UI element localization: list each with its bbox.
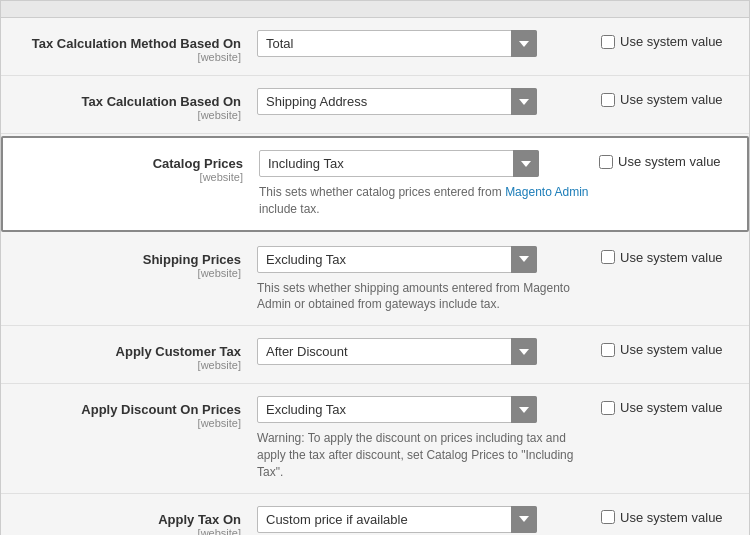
use-system-col-catalog-prices: Use system value <box>591 150 731 169</box>
use-system-label-tax-calc-based-on[interactable]: Use system value <box>601 92 723 107</box>
use-system-col-tax-calc-based-on: Use system value <box>593 88 733 107</box>
use-system-text-shipping-prices: Use system value <box>620 250 723 265</box>
control-col-apply-discount-on-prices: Excluding TaxIncluding TaxWarning: To ap… <box>257 396 593 480</box>
label-main-shipping-prices: Shipping Prices <box>17 252 241 267</box>
use-system-text-tax-calc-based-on: Use system value <box>620 92 723 107</box>
use-system-col-shipping-prices: Use system value <box>593 246 733 265</box>
select-tax-calc-method[interactable]: TotalUnit PriceRow Total <box>257 30 537 57</box>
label-main-catalog-prices: Catalog Prices <box>19 156 243 171</box>
control-row-tax-calc-based-on: Shipping AddressBilling AddressOrigin <box>257 88 593 115</box>
select-apply-discount-on-prices[interactable]: Excluding TaxIncluding Tax <box>257 396 537 423</box>
label-main-apply-discount-on-prices: Apply Discount On Prices <box>17 402 241 417</box>
control-col-tax-calc-based-on: Shipping AddressBilling AddressOrigin <box>257 88 593 115</box>
hint-link-catalog: Magento Admin <box>505 185 588 199</box>
use-system-checkbox-tax-calc-based-on[interactable] <box>601 93 615 107</box>
label-col-tax-calc-method: Tax Calculation Method Based On[website] <box>17 30 257 63</box>
label-scope-tax-calc-method: [website] <box>17 51 241 63</box>
use-system-text-apply-discount-on-prices: Use system value <box>620 400 723 415</box>
label-scope-catalog-prices: [website] <box>19 171 243 183</box>
use-system-text-tax-calc-method: Use system value <box>620 34 723 49</box>
control-row-tax-calc-method: TotalUnit PriceRow Total <box>257 30 593 57</box>
setting-row-tax-calc-based-on: Tax Calculation Based On[website]Shippin… <box>1 76 749 134</box>
select-apply-customer-tax[interactable]: After DiscountBefore Discount <box>257 338 537 365</box>
control-col-apply-customer-tax: After DiscountBefore Discount <box>257 338 593 365</box>
panel-header <box>1 1 749 18</box>
label-scope-apply-discount-on-prices: [website] <box>17 417 241 429</box>
use-system-label-catalog-prices[interactable]: Use system value <box>599 154 721 169</box>
use-system-col-apply-customer-tax: Use system value <box>593 338 733 357</box>
setting-row-catalog-prices: Catalog Prices[website]Including TaxExcl… <box>1 136 749 232</box>
hint-shipping-prices: This sets whether shipping amounts enter… <box>257 280 593 314</box>
label-col-apply-customer-tax: Apply Customer Tax[website] <box>17 338 257 371</box>
hint-catalog-prices: This sets whether catalog prices entered… <box>259 184 591 218</box>
use-system-label-apply-discount-on-prices[interactable]: Use system value <box>601 400 723 415</box>
settings-body: Tax Calculation Method Based On[website]… <box>1 18 749 535</box>
use-system-label-tax-calc-method[interactable]: Use system value <box>601 34 723 49</box>
use-system-col-tax-calc-method: Use system value <box>593 30 733 49</box>
label-scope-apply-customer-tax: [website] <box>17 359 241 371</box>
hint-apply-discount-on-prices: Warning: To apply the discount on prices… <box>257 430 593 480</box>
setting-row-apply-customer-tax: Apply Customer Tax[website]After Discoun… <box>1 326 749 384</box>
select-wrap-tax-calc-based-on: Shipping AddressBilling AddressOrigin <box>257 88 537 115</box>
label-main-apply-tax-on: Apply Tax On <box>17 512 241 527</box>
select-wrap-apply-tax-on: Custom price if availableOriginal price … <box>257 506 537 533</box>
control-row-shipping-prices: Excluding TaxIncluding Tax <box>257 246 593 273</box>
select-tax-calc-based-on[interactable]: Shipping AddressBilling AddressOrigin <box>257 88 537 115</box>
use-system-col-apply-discount-on-prices: Use system value <box>593 396 733 415</box>
control-row-apply-tax-on: Custom price if availableOriginal price … <box>257 506 593 533</box>
use-system-text-apply-customer-tax: Use system value <box>620 342 723 357</box>
use-system-label-apply-customer-tax[interactable]: Use system value <box>601 342 723 357</box>
control-row-catalog-prices: Including TaxExcluding Tax <box>259 150 591 177</box>
select-wrap-shipping-prices: Excluding TaxIncluding Tax <box>257 246 537 273</box>
select-catalog-prices[interactable]: Including TaxExcluding Tax <box>259 150 539 177</box>
use-system-checkbox-shipping-prices[interactable] <box>601 250 615 264</box>
select-wrap-apply-customer-tax: After DiscountBefore Discount <box>257 338 537 365</box>
label-col-tax-calc-based-on: Tax Calculation Based On[website] <box>17 88 257 121</box>
label-main-tax-calc-based-on: Tax Calculation Based On <box>17 94 241 109</box>
select-wrap-apply-discount-on-prices: Excluding TaxIncluding Tax <box>257 396 537 423</box>
use-system-label-apply-tax-on[interactable]: Use system value <box>601 510 723 525</box>
setting-row-shipping-prices: Shipping Prices[website]Excluding TaxInc… <box>1 234 749 327</box>
select-apply-tax-on[interactable]: Custom price if availableOriginal price … <box>257 506 537 533</box>
calculation-settings-panel: Tax Calculation Method Based On[website]… <box>0 0 750 535</box>
use-system-label-shipping-prices[interactable]: Use system value <box>601 250 723 265</box>
use-system-text-apply-tax-on: Use system value <box>620 510 723 525</box>
use-system-col-apply-tax-on: Use system value <box>593 506 733 525</box>
select-wrap-tax-calc-method: TotalUnit PriceRow Total <box>257 30 537 57</box>
control-col-apply-tax-on: Custom price if availableOriginal price … <box>257 506 593 533</box>
label-col-apply-tax-on: Apply Tax On[website] <box>17 506 257 535</box>
setting-row-apply-tax-on: Apply Tax On[website]Custom price if ava… <box>1 494 749 535</box>
select-shipping-prices[interactable]: Excluding TaxIncluding Tax <box>257 246 537 273</box>
label-scope-apply-tax-on: [website] <box>17 527 241 535</box>
setting-row-tax-calc-method: Tax Calculation Method Based On[website]… <box>1 18 749 76</box>
control-row-apply-customer-tax: After DiscountBefore Discount <box>257 338 593 365</box>
label-col-shipping-prices: Shipping Prices[website] <box>17 246 257 279</box>
control-col-shipping-prices: Excluding TaxIncluding TaxThis sets whet… <box>257 246 593 314</box>
use-system-checkbox-catalog-prices[interactable] <box>599 155 613 169</box>
label-main-tax-calc-method: Tax Calculation Method Based On <box>17 36 241 51</box>
label-scope-shipping-prices: [website] <box>17 267 241 279</box>
label-col-catalog-prices: Catalog Prices[website] <box>19 150 259 183</box>
control-row-apply-discount-on-prices: Excluding TaxIncluding Tax <box>257 396 593 423</box>
label-scope-tax-calc-based-on: [website] <box>17 109 241 121</box>
control-col-catalog-prices: Including TaxExcluding TaxThis sets whet… <box>259 150 591 218</box>
use-system-checkbox-apply-customer-tax[interactable] <box>601 343 615 357</box>
label-col-apply-discount-on-prices: Apply Discount On Prices[website] <box>17 396 257 429</box>
use-system-checkbox-apply-tax-on[interactable] <box>601 510 615 524</box>
control-col-tax-calc-method: TotalUnit PriceRow Total <box>257 30 593 57</box>
use-system-checkbox-apply-discount-on-prices[interactable] <box>601 401 615 415</box>
select-wrap-catalog-prices: Including TaxExcluding Tax <box>259 150 539 177</box>
use-system-checkbox-tax-calc-method[interactable] <box>601 35 615 49</box>
use-system-text-catalog-prices: Use system value <box>618 154 721 169</box>
setting-row-apply-discount-on-prices: Apply Discount On Prices[website]Excludi… <box>1 384 749 493</box>
label-main-apply-customer-tax: Apply Customer Tax <box>17 344 241 359</box>
